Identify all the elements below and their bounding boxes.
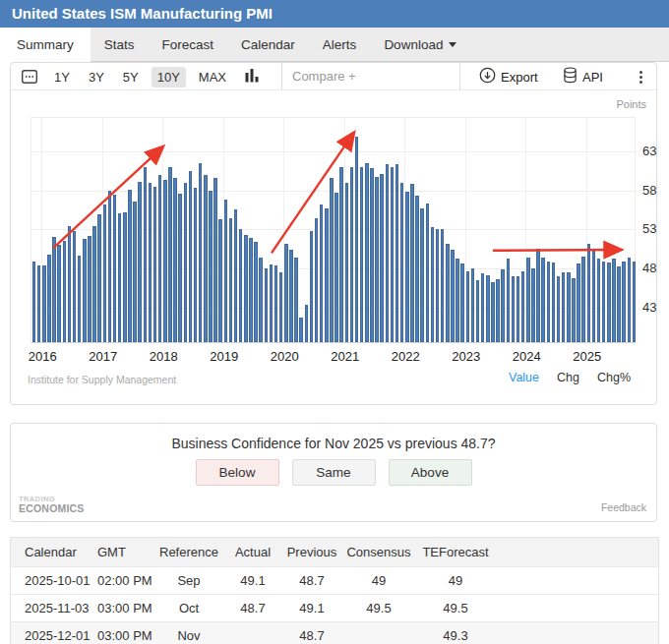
pmi-bar: [541, 258, 545, 342]
export-label: Export: [501, 70, 538, 85]
x-year-label: 2023: [452, 349, 480, 364]
tab-summary[interactable]: Summary: [0, 28, 91, 62]
tab-label: Alerts: [323, 37, 357, 52]
pmi-bar: [320, 205, 324, 342]
pmi-bar: [602, 262, 606, 343]
pmi-bar: [184, 183, 188, 342]
x-year-label: 2016: [29, 349, 57, 364]
pmi-bar: [547, 262, 551, 343]
range-max[interactable]: MAX: [193, 67, 232, 88]
chart-source-attribution: Institute for Supply Management: [28, 374, 176, 385]
tab-calendar[interactable]: Calendar: [227, 28, 309, 62]
range-3y[interactable]: 3Y: [83, 67, 110, 88]
tab-download[interactable]: Download: [370, 28, 470, 62]
pmi-bar: [612, 259, 616, 342]
tab-forecast[interactable]: Forecast: [149, 28, 228, 62]
range-5y[interactable]: 5Y: [117, 67, 145, 88]
table-cell: GMT: [97, 545, 156, 559]
chevron-down-icon: [449, 42, 456, 47]
pmi-bar: [325, 208, 329, 342]
poll-same-button[interactable]: Same: [292, 459, 376, 486]
series-link-value[interactable]: Value: [509, 371, 539, 384]
tab-stats[interactable]: Stats: [91, 28, 149, 62]
poll-question: Business Confidence for Nov 2025 vs prev…: [11, 436, 656, 451]
pmi-bar-chart[interactable]: [30, 117, 636, 343]
pmi-bar: [123, 212, 127, 342]
tab-label: Calendar: [241, 37, 295, 52]
tab-alerts[interactable]: Alerts: [309, 28, 371, 62]
table-cell: Calendar: [11, 545, 97, 559]
pmi-bar: [163, 180, 167, 342]
pmi-bar: [633, 262, 637, 343]
pmi-bar: [395, 164, 399, 342]
poll-card: Business Confidence for Nov 2025 vs prev…: [10, 423, 657, 522]
gridline: [31, 151, 635, 152]
pmi-bar: [405, 192, 409, 342]
pmi-bar: [138, 182, 142, 342]
pmi-bar: [73, 231, 77, 342]
pmi-bar: [400, 183, 404, 342]
series-mode-links: ValueChgChg%: [509, 371, 631, 384]
pmi-bar: [446, 244, 450, 342]
pmi-bar: [460, 263, 464, 342]
pmi-bar: [218, 219, 222, 342]
export-button[interactable]: Export: [479, 63, 538, 90]
range-1y[interactable]: 1Y: [48, 67, 76, 88]
table-cell: 48.7: [284, 628, 339, 643]
y-tick-label: 43: [642, 300, 656, 315]
pmi-bar: [92, 226, 96, 342]
pmi-bar: [239, 229, 243, 342]
pmi-bar: [47, 255, 51, 342]
pmi-bar: [581, 257, 585, 342]
table-cell: 49.1: [221, 573, 284, 588]
pmi-bar: [375, 177, 379, 342]
y-tick-label: 48: [642, 261, 656, 275]
page: United States ISM Manufacturing PMI Summ…: [0, 0, 669, 644]
poll-above-button[interactable]: Above: [389, 459, 472, 486]
series-link-chgpct[interactable]: Chg%: [597, 371, 631, 384]
tab-label: Download: [384, 37, 443, 52]
range-10y[interactable]: 10Y: [152, 67, 186, 88]
pmi-bar: [315, 218, 319, 342]
trading-economics-logo: TRADING ECONOMICS: [19, 496, 85, 514]
pmi-bar: [32, 262, 36, 342]
pmi-bar: [173, 178, 177, 342]
table-row: 2025-12-0103:00 PMNov48.749.3: [11, 621, 658, 644]
y-tick-label: 53: [642, 221, 656, 236]
calendar-icon[interactable]: [21, 68, 38, 89]
pmi-bar: [168, 167, 172, 342]
pmi-bar: [158, 175, 162, 342]
pmi-bar: [617, 266, 621, 342]
pmi-bar: [284, 244, 288, 342]
column-chart-icon[interactable]: [245, 68, 260, 87]
table-cell: Nov: [156, 628, 221, 643]
x-year-label: 2024: [513, 349, 541, 364]
api-button[interactable]: API: [563, 63, 603, 90]
chart-card: 1Y3Y5Y10YMAX Compare + Export: [10, 62, 657, 405]
x-year-label: 2025: [573, 349, 601, 364]
pmi-bar: [97, 214, 101, 342]
pmi-bar: [299, 318, 303, 342]
table-cell: 2025-11-03: [11, 601, 97, 615]
pmi-bar: [339, 167, 343, 342]
pmi-bar: [426, 204, 430, 342]
series-link-chg[interactable]: Chg: [557, 371, 579, 384]
pmi-bar: [587, 244, 591, 342]
table-cell: TEForecast: [418, 545, 493, 559]
pmi-bar: [436, 229, 440, 342]
tab-bar: SummaryStatsForecastCalendarAlertsDownlo…: [0, 28, 669, 62]
x-year-label: 2017: [89, 349, 117, 364]
pmi-bar: [471, 268, 475, 342]
pmi-bar: [144, 167, 148, 342]
compare-input[interactable]: Compare +: [281, 63, 460, 89]
pmi-bar: [274, 265, 278, 342]
pmi-bar: [355, 137, 359, 342]
kebab-menu-icon[interactable]: [634, 68, 647, 86]
table-row: 2025-11-0303:00 PMOct48.749.149.549.5: [11, 594, 658, 621]
pmi-bar: [481, 273, 485, 342]
poll-below-button[interactable]: Below: [196, 459, 279, 486]
pmi-bar: [249, 238, 253, 342]
feedback-link[interactable]: Feedback: [601, 501, 646, 513]
pmi-bar: [305, 305, 309, 342]
pmi-bar: [234, 209, 238, 342]
